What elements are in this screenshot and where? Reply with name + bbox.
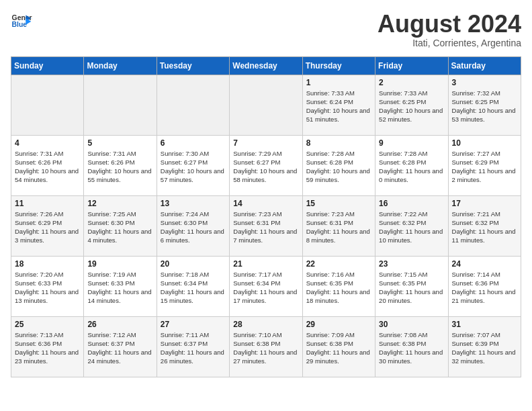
- day-number: 26: [87, 320, 152, 329]
- weekday-header-cell: Tuesday: [157, 56, 229, 75]
- day-info: Sunrise: 7:08 AM Sunset: 6:38 PM Dayligh…: [379, 330, 444, 366]
- day-number: 7: [233, 138, 298, 148]
- calendar-body: 1Sunrise: 7:33 AM Sunset: 6:24 PM Daylig…: [11, 75, 521, 377]
- day-info: Sunrise: 7:23 AM Sunset: 6:31 PM Dayligh…: [306, 210, 371, 245]
- day-info: Sunrise: 7:21 AM Sunset: 6:32 PM Dayligh…: [452, 210, 517, 245]
- calendar-week-row: 4Sunrise: 7:31 AM Sunset: 6:26 PM Daylig…: [11, 135, 521, 195]
- day-info: Sunrise: 7:29 AM Sunset: 6:27 PM Dayligh…: [233, 149, 298, 185]
- day-number: 20: [161, 259, 226, 269]
- day-info: Sunrise: 7:17 AM Sunset: 6:34 PM Dayligh…: [233, 270, 298, 306]
- weekday-header-cell: Saturday: [448, 56, 521, 75]
- weekday-header-cell: Sunday: [11, 56, 84, 75]
- day-info: Sunrise: 7:33 AM Sunset: 6:24 PM Dayligh…: [306, 89, 371, 124]
- day-info: Sunrise: 7:20 AM Sunset: 6:33 PM Dayligh…: [15, 270, 80, 306]
- calendar-cell: 27Sunrise: 7:11 AM Sunset: 6:37 PM Dayli…: [157, 316, 229, 377]
- day-number: 14: [233, 199, 298, 208]
- calendar-cell: [157, 75, 229, 135]
- day-number: 11: [15, 199, 80, 208]
- day-info: Sunrise: 7:07 AM Sunset: 6:39 PM Dayligh…: [452, 330, 517, 366]
- day-info: Sunrise: 7:19 AM Sunset: 6:33 PM Dayligh…: [87, 270, 152, 306]
- calendar-week-row: 11Sunrise: 7:26 AM Sunset: 6:29 PM Dayli…: [11, 195, 521, 256]
- calendar-cell: 6Sunrise: 7:30 AM Sunset: 6:27 PM Daylig…: [157, 135, 229, 195]
- calendar-cell: 9Sunrise: 7:28 AM Sunset: 6:28 PM Daylig…: [375, 135, 448, 195]
- weekday-header-row: SundayMondayTuesdayWednesdayThursdayFrid…: [11, 56, 521, 75]
- calendar-cell: 25Sunrise: 7:13 AM Sunset: 6:36 PM Dayli…: [11, 316, 84, 377]
- day-number: 15: [306, 199, 371, 208]
- day-number: 1: [306, 78, 371, 87]
- calendar-cell: 26Sunrise: 7:12 AM Sunset: 6:37 PM Dayli…: [84, 316, 157, 377]
- logo-icon: General Blue: [11, 11, 32, 32]
- calendar-cell: 13Sunrise: 7:24 AM Sunset: 6:30 PM Dayli…: [157, 195, 229, 256]
- calendar-cell: 18Sunrise: 7:20 AM Sunset: 6:33 PM Dayli…: [11, 256, 84, 316]
- day-number: 4: [15, 138, 80, 148]
- day-info: Sunrise: 7:23 AM Sunset: 6:31 PM Dayligh…: [233, 210, 298, 245]
- calendar-cell: 30Sunrise: 7:08 AM Sunset: 6:38 PM Dayli…: [375, 316, 448, 377]
- calendar-cell: 12Sunrise: 7:25 AM Sunset: 6:30 PM Dayli…: [84, 195, 157, 256]
- day-info: Sunrise: 7:12 AM Sunset: 6:37 PM Dayligh…: [87, 330, 152, 366]
- calendar-week-row: 18Sunrise: 7:20 AM Sunset: 6:33 PM Dayli…: [11, 256, 521, 316]
- calendar-cell: [84, 75, 157, 135]
- day-number: 2: [379, 78, 444, 87]
- calendar-cell: 28Sunrise: 7:10 AM Sunset: 6:38 PM Dayli…: [230, 316, 302, 377]
- svg-text:Blue: Blue: [12, 21, 28, 28]
- weekday-header-cell: Wednesday: [230, 56, 302, 75]
- page-header: General Blue August 2024 Itati, Corrient…: [11, 11, 521, 48]
- day-number: 12: [87, 199, 152, 208]
- calendar-cell: 8Sunrise: 7:28 AM Sunset: 6:28 PM Daylig…: [302, 135, 375, 195]
- day-info: Sunrise: 7:30 AM Sunset: 6:27 PM Dayligh…: [161, 149, 226, 185]
- calendar-week-row: 25Sunrise: 7:13 AM Sunset: 6:36 PM Dayli…: [11, 316, 521, 377]
- calendar-cell: 29Sunrise: 7:09 AM Sunset: 6:38 PM Dayli…: [302, 316, 375, 377]
- calendar-cell: 2Sunrise: 7:33 AM Sunset: 6:25 PM Daylig…: [375, 75, 448, 135]
- day-info: Sunrise: 7:22 AM Sunset: 6:32 PM Dayligh…: [379, 210, 444, 245]
- day-number: 31: [452, 320, 517, 329]
- calendar-cell: 20Sunrise: 7:18 AM Sunset: 6:34 PM Dayli…: [157, 256, 229, 316]
- day-number: 5: [87, 138, 152, 148]
- weekday-header-cell: Monday: [84, 56, 157, 75]
- day-number: 3: [452, 78, 517, 87]
- calendar-cell: 3Sunrise: 7:32 AM Sunset: 6:25 PM Daylig…: [448, 75, 521, 135]
- day-info: Sunrise: 7:31 AM Sunset: 6:26 PM Dayligh…: [87, 149, 152, 185]
- day-info: Sunrise: 7:11 AM Sunset: 6:37 PM Dayligh…: [161, 330, 226, 366]
- calendar-table: SundayMondayTuesdayWednesdayThursdayFrid…: [11, 56, 521, 377]
- day-number: 6: [161, 138, 226, 148]
- day-info: Sunrise: 7:33 AM Sunset: 6:25 PM Dayligh…: [379, 89, 444, 124]
- day-info: Sunrise: 7:27 AM Sunset: 6:29 PM Dayligh…: [452, 149, 517, 185]
- calendar-cell: 31Sunrise: 7:07 AM Sunset: 6:39 PM Dayli…: [448, 316, 521, 377]
- calendar-cell: 5Sunrise: 7:31 AM Sunset: 6:26 PM Daylig…: [84, 135, 157, 195]
- calendar-cell: 24Sunrise: 7:14 AM Sunset: 6:36 PM Dayli…: [448, 256, 521, 316]
- calendar-cell: [11, 75, 84, 135]
- calendar-week-row: 1Sunrise: 7:33 AM Sunset: 6:24 PM Daylig…: [11, 75, 521, 135]
- day-number: 17: [452, 199, 517, 208]
- calendar-cell: 21Sunrise: 7:17 AM Sunset: 6:34 PM Dayli…: [230, 256, 302, 316]
- title-block: August 2024 Itati, Corrientes, Argentina: [378, 11, 521, 48]
- day-info: Sunrise: 7:28 AM Sunset: 6:28 PM Dayligh…: [306, 149, 371, 185]
- month-title: August 2024: [378, 11, 521, 38]
- day-number: 25: [15, 320, 80, 329]
- day-info: Sunrise: 7:10 AM Sunset: 6:38 PM Dayligh…: [233, 330, 298, 366]
- day-info: Sunrise: 7:25 AM Sunset: 6:30 PM Dayligh…: [87, 210, 152, 245]
- day-number: 13: [161, 199, 226, 208]
- day-number: 22: [306, 259, 371, 269]
- logo: General Blue: [11, 11, 32, 32]
- calendar-cell: 19Sunrise: 7:19 AM Sunset: 6:33 PM Dayli…: [84, 256, 157, 316]
- day-info: Sunrise: 7:26 AM Sunset: 6:29 PM Dayligh…: [15, 210, 80, 245]
- day-number: 21: [233, 259, 298, 269]
- day-info: Sunrise: 7:28 AM Sunset: 6:28 PM Dayligh…: [379, 149, 444, 185]
- day-number: 10: [452, 138, 517, 148]
- calendar-cell: [230, 75, 302, 135]
- calendar-cell: 7Sunrise: 7:29 AM Sunset: 6:27 PM Daylig…: [230, 135, 302, 195]
- weekday-header-cell: Friday: [375, 56, 448, 75]
- day-number: 28: [233, 320, 298, 329]
- location-subtitle: Itati, Corrientes, Argentina: [378, 38, 521, 48]
- day-number: 24: [452, 259, 517, 269]
- day-number: 18: [15, 259, 80, 269]
- day-number: 19: [87, 259, 152, 269]
- day-info: Sunrise: 7:18 AM Sunset: 6:34 PM Dayligh…: [161, 270, 226, 306]
- calendar-cell: 22Sunrise: 7:16 AM Sunset: 6:35 PM Dayli…: [302, 256, 375, 316]
- day-info: Sunrise: 7:24 AM Sunset: 6:30 PM Dayligh…: [161, 210, 226, 245]
- calendar-cell: 4Sunrise: 7:31 AM Sunset: 6:26 PM Daylig…: [11, 135, 84, 195]
- calendar-cell: 1Sunrise: 7:33 AM Sunset: 6:24 PM Daylig…: [302, 75, 375, 135]
- day-number: 16: [379, 199, 444, 208]
- day-info: Sunrise: 7:16 AM Sunset: 6:35 PM Dayligh…: [306, 270, 371, 306]
- day-info: Sunrise: 7:13 AM Sunset: 6:36 PM Dayligh…: [15, 330, 80, 366]
